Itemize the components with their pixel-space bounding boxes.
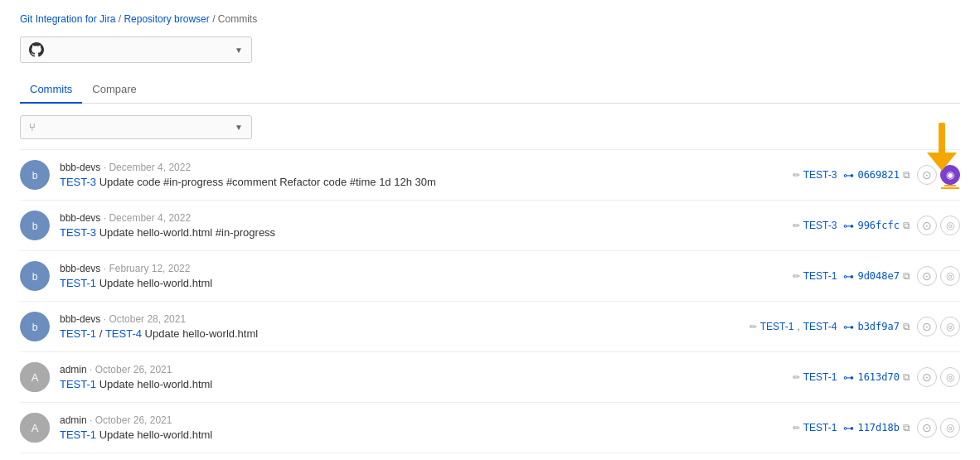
branch-selector[interactable]: ⑂ ▼ xyxy=(20,115,252,139)
svg-rect-0 xyxy=(939,123,945,154)
issue-ref-link[interactable]: TEST-1 xyxy=(803,422,837,433)
integration-icon[interactable]: ◎ xyxy=(940,215,960,235)
avatar: b xyxy=(20,312,50,341)
commit-message: TEST-1 Update hello-world.html xyxy=(60,378,783,390)
commit-message: TEST-1 Update hello-world.html xyxy=(60,277,783,289)
hash-branch-icon: ⊶ xyxy=(843,270,854,283)
hash-branch-icon: ⊶ xyxy=(843,422,854,434)
commit-actions: ✏ TEST-1 ⊶ 117d18b ⧉ ⊙ ◎ xyxy=(793,418,960,438)
action-icons: ⊙ ◎ xyxy=(917,418,960,438)
commits-viewer-icon[interactable]: ⊙ xyxy=(917,215,937,235)
avatar: b xyxy=(20,160,50,190)
copy-icon[interactable]: ⧉ xyxy=(903,422,910,433)
avatar: A xyxy=(20,413,50,443)
down-arrow-icon xyxy=(927,123,957,172)
tab-commits[interactable]: Commits xyxy=(20,76,82,104)
issue-ref-link[interactable]: TEST-3 xyxy=(803,169,837,181)
hash-link[interactable]: 9d048e7 xyxy=(857,270,900,282)
hash-branch-icon: ⊶ xyxy=(843,321,854,333)
commit-hash: ⊶ 996fcfc ⧉ xyxy=(843,220,910,232)
commit-actions: ✏ TEST-1 ⊶ 1613d70 ⧉ ⊙ ◎ xyxy=(793,367,960,387)
hash-branch-icon: ⊶ xyxy=(843,169,854,182)
filter-row: ⑂ ▼ xyxy=(20,115,960,139)
copy-icon[interactable]: ⧉ xyxy=(903,169,910,181)
commit-date: · October 26, 2021 xyxy=(90,364,172,375)
breadcrumb-repo-browser[interactable]: Repository browser xyxy=(124,13,209,25)
breadcrumb-git-integration[interactable]: Git Integration for Jira xyxy=(20,13,115,25)
commit-message: TEST-1 / TEST-4 Update hello-world.html xyxy=(60,327,740,340)
issue-ref-link[interactable]: TEST-1 xyxy=(760,321,794,332)
commit-author: bbb-devs xyxy=(60,212,100,224)
issue-ref: ✏ TEST-1 xyxy=(793,422,837,433)
commit-date: · October 26, 2021 xyxy=(90,414,172,426)
arrow-indicator xyxy=(927,123,957,175)
edit-icon: ✏ xyxy=(750,322,757,332)
issue-ref-link[interactable]: TEST-3 xyxy=(803,220,837,231)
commit-message: TEST-3 Update hello-world.html #in-progr… xyxy=(60,226,783,239)
issue-ref-link[interactable]: TEST-1 xyxy=(803,270,837,282)
commit-date: · December 4, 2022 xyxy=(104,162,191,173)
commit-meta: bbb-devs · February 12, 2022 xyxy=(60,263,783,274)
main-page: Git Integration for Jira / Repository br… xyxy=(0,0,980,460)
commit-date: · December 4, 2022 xyxy=(104,212,191,224)
svg-text:A: A xyxy=(32,371,39,384)
hash-link[interactable]: 996fcfc xyxy=(857,220,900,231)
copy-icon[interactable]: ⧉ xyxy=(903,371,910,383)
hash-link[interactable]: 1613d70 xyxy=(857,371,900,383)
hash-link[interactable]: 117d18b xyxy=(857,422,900,433)
integration-icon[interactable]: ◎ xyxy=(940,317,960,337)
svg-text:b: b xyxy=(32,322,38,333)
commit-info: admin · October 26, 2021 TEST-1 Update h… xyxy=(60,364,783,390)
commits-viewer-icon[interactable]: ⊙ xyxy=(917,266,937,286)
commit-hash: ⊶ 117d18b ⧉ xyxy=(843,422,910,434)
issue-ref: ✏ TEST-1 xyxy=(793,270,837,282)
commit-author: bbb-devs xyxy=(60,263,100,274)
commit-hash: ⊶ 9d048e7 ⧉ xyxy=(843,270,910,283)
issue-ref-link[interactable]: TEST-4 xyxy=(803,321,837,332)
commit-hash: ⊶ 0669821 ⧉ xyxy=(843,169,910,182)
issue-ref: ✏ TEST-1 xyxy=(793,371,837,383)
hash-link[interactable]: 0669821 xyxy=(857,169,900,181)
issue-ref: ✏ TEST-1, TEST-4 xyxy=(750,321,837,332)
commits-viewer-icon[interactable]: ⊙ xyxy=(917,418,937,438)
commit-meta: admin · October 26, 2021 xyxy=(60,364,783,375)
commit-row: b bbb-devs · December 4, 2022 TEST-3 Upd… xyxy=(20,150,960,201)
issue-ref: ✏ TEST-3 xyxy=(793,220,837,231)
commit-author: bbb-devs xyxy=(60,313,100,325)
copy-icon[interactable]: ⧉ xyxy=(903,220,910,231)
edit-icon: ✏ xyxy=(793,220,800,231)
commit-row: A admin · October 26, 2021 TEST-1 Update… xyxy=(20,352,960,403)
hash-branch-icon: ⊶ xyxy=(843,371,854,384)
integration-icon[interactable]: ◎ xyxy=(940,266,960,286)
commit-actions: ✏ TEST-1, TEST-4 ⊶ b3df9a7 ⧉ ⊙ ◎ xyxy=(750,317,960,337)
action-icons: ⊙ ◎ xyxy=(917,367,960,387)
avatar: A xyxy=(20,362,50,392)
commit-meta: bbb-devs · October 28, 2021 xyxy=(60,313,740,325)
commits-viewer-icon[interactable]: ⊙ xyxy=(917,367,937,387)
commit-meta: bbb-devs · December 4, 2022 xyxy=(60,162,783,173)
integration-icon[interactable]: ◎ xyxy=(940,418,960,438)
issue-ref: ✏ TEST-3 xyxy=(793,169,837,181)
edit-icon: ✏ xyxy=(793,423,800,433)
svg-text:A: A xyxy=(32,422,39,434)
repo-selector[interactable]: ▼ xyxy=(20,36,252,63)
edit-icon: ✏ xyxy=(793,372,800,383)
commit-author: admin xyxy=(60,364,87,375)
commit-meta: bbb-devs · December 4, 2022 xyxy=(60,212,783,224)
commit-author: bbb-devs xyxy=(60,162,100,173)
commits-viewer-icon[interactable]: ⊙ xyxy=(917,317,937,337)
integration-icon[interactable]: ◎ xyxy=(940,367,960,387)
copy-icon[interactable]: ⧉ xyxy=(903,321,910,332)
commit-author: admin xyxy=(60,414,87,426)
commit-meta: admin · October 26, 2021 xyxy=(60,414,783,426)
tabs-row: Commits Compare xyxy=(20,76,960,104)
hash-link[interactable]: b3df9a7 xyxy=(857,321,900,332)
commit-info: bbb-devs · February 12, 2022 TEST-1 Upda… xyxy=(60,263,783,289)
copy-icon[interactable]: ⧉ xyxy=(903,270,910,282)
tab-compare[interactable]: Compare xyxy=(82,76,146,104)
commit-hash: ⊶ 1613d70 ⧉ xyxy=(843,371,910,384)
issue-ref-link[interactable]: TEST-1 xyxy=(803,371,837,383)
chevron-down-icon: ▼ xyxy=(235,46,243,55)
action-icons: ⊙ ◎ xyxy=(917,317,960,337)
branch-chevron-icon: ▼ xyxy=(235,123,243,132)
